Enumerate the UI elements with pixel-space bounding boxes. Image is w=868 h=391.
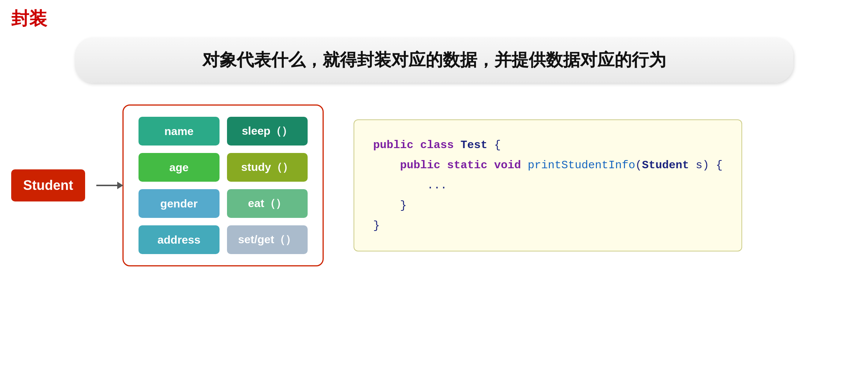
subtitle-text: 对象代表什么，就得封装对应的数据，并提供数据对应的行为 [202, 50, 666, 69]
method-sleep: sleep（） [227, 117, 308, 146]
code-box: public class Test { public static void p… [354, 119, 742, 251]
method-study: study（） [227, 153, 308, 182]
field-name: name [139, 117, 220, 146]
main-content: Student name sleep（） age study（） gender … [11, 104, 857, 266]
arrow-line [96, 185, 119, 186]
code-content: public class Test { public static void p… [373, 135, 722, 236]
student-box: name sleep（） age study（） gender eat（） ad… [122, 104, 324, 266]
page-title: 封装 [11, 7, 47, 31]
method-setget: set/get（） [227, 225, 308, 254]
field-age: age [139, 153, 220, 182]
field-gender: gender [139, 189, 220, 218]
field-address: address [139, 225, 220, 254]
method-eat: eat（） [227, 189, 308, 218]
student-label: Student [11, 169, 85, 201]
subtitle-box: 对象代表什么，就得封装对应的数据，并提供数据对应的行为 [75, 37, 793, 83]
